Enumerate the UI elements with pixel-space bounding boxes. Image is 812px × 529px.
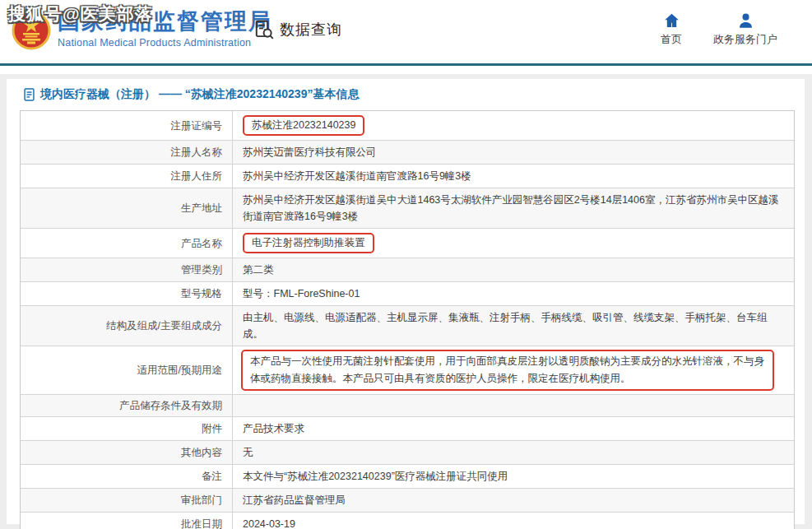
user-icon <box>737 12 754 29</box>
row-label: 批准日期 <box>21 513 233 529</box>
row-value: 本文件与“苏械注准20232140239”医疗器械注册证共同使用 <box>243 468 508 485</box>
content-area: 境内医疗器械（注册） —— “苏械注准20232140239”基本信息 注册证编… <box>0 74 812 524</box>
row-label: 附件 <box>21 417 233 440</box>
row-value-cell: 无 <box>233 441 794 464</box>
table-row: 批准日期 2024-03-19 <box>21 513 794 529</box>
document-search-icon <box>253 19 275 40</box>
table-row: 产品储存条件及有效期 <box>21 395 794 417</box>
row-label: 适用范围/预期用途 <box>21 346 233 394</box>
row-value: 江苏省药品监督管理局 <box>243 492 346 508</box>
row-value: 苏州吴中经济开发区越溪街道南官渡路16号9幢3楼 <box>243 168 471 184</box>
table-row: 型号规格 型号：FML-ForeShine-01 <box>21 282 794 306</box>
data-query-label: 数据查询 <box>280 20 342 39</box>
row-value-cell: 电子注射器控制助推装置 <box>233 229 794 258</box>
white-gap <box>0 66 812 74</box>
row-value: 无 <box>243 444 253 461</box>
table-row: 生产地址 苏州吴中经济开发区越溪街道吴中大道1463号太湖软件产业园智慧谷园区2… <box>21 188 794 229</box>
table-row: 注册证编号 苏械注准20232140239 <box>21 111 794 141</box>
highlight-box: 苏械注准20232140239 <box>243 115 364 136</box>
breadcrumb-text: 境内医疗器械（注册） —— “苏械注准20232140239”基本信息 <box>40 87 359 102</box>
nav-gov-portal-label: 政务服务门户 <box>713 32 777 47</box>
row-label: 注册证编号 <box>21 111 233 140</box>
row-value-cell: 苏械注准20232140239 <box>233 111 794 140</box>
logo-subtitle: National Medical Products Administration <box>58 37 272 49</box>
row-value-cell: 产品技术要求 <box>233 417 794 440</box>
page: 搜狐号@医美部落 国家药品监督管理局 National Medical Prod… <box>0 0 812 529</box>
table-row: 备注 本文件与“苏械注准20232140239”医疗器械注册证共同使用 <box>21 465 794 489</box>
row-value-cell: 由主机、电源线、电源适配器、主机显示屏、集液瓶、注射手柄、手柄线缆、吸引管、线缆… <box>233 306 794 346</box>
table-row: 管理类别 第二类 <box>21 258 794 282</box>
row-value-cell: 苏州吴中经济开发区越溪街道吴中大道1463号太湖软件产业园智慧谷园区2号楼14层… <box>233 188 794 228</box>
table-row: 审批部门 江苏省药品监督管理局 <box>21 489 794 513</box>
top-nav: 首页 政务服务门户 <box>661 12 777 47</box>
row-label: 注册人名称 <box>21 141 233 164</box>
highlight-box: 本产品与一次性使用无菌注射针配套使用，用于向面部真皮层注射以透明质酸钠为主要成分… <box>241 350 774 391</box>
row-label: 生产地址 <box>21 188 233 228</box>
row-value-cell: 江苏省药品监督管理局 <box>233 489 794 512</box>
row-value: 2024-03-19 <box>243 516 295 529</box>
row-value-cell: 第二类 <box>233 258 794 281</box>
row-value-cell: 2024-03-19 <box>233 513 794 529</box>
row-value-cell: 型号：FML-ForeShine-01 <box>233 282 794 305</box>
row-value-cell: 苏州芙迈蕾医疗科技有限公司 <box>233 141 794 164</box>
home-icon <box>663 12 680 29</box>
row-value: 型号：FML-ForeShine-01 <box>243 285 360 302</box>
table-row: 附件 产品技术要求 <box>21 417 794 441</box>
table-row: 结构及组成/主要组成成分 由主机、电源线、电源适配器、主机显示屏、集液瓶、注射手… <box>21 306 794 346</box>
watermark: 搜狐号@医美部落 <box>8 2 152 26</box>
table-row: 适用范围/预期用途 本产品与一次性使用无菌注射针配套使用，用于向面部真皮层注射以… <box>21 346 794 395</box>
breadcrumb: 境内医疗器械（注册） —— “苏械注准20232140239”基本信息 <box>7 79 805 102</box>
row-label: 结构及组成/主要组成成分 <box>21 306 233 346</box>
row-value-cell: 本产品与一次性使用无菌注射针配套使用，用于向面部真皮层注射以透明质酸钠为主要成分… <box>233 346 794 394</box>
row-label: 注册人住所 <box>21 165 233 188</box>
highlight-box: 电子注射器控制助推装置 <box>243 233 374 253</box>
row-value: 由主机、电源线、电源适配器、主机显示屏、集液瓶、注射手柄、手柄线缆、吸引管、线缆… <box>243 309 784 342</box>
row-value: 第二类 <box>243 262 274 278</box>
row-label: 备注 <box>21 465 233 488</box>
row-label: 型号规格 <box>21 282 233 305</box>
document-icon <box>23 88 35 101</box>
row-value-cell: 苏州吴中经济开发区越溪街道南官渡路16号9幢3楼 <box>233 165 794 188</box>
row-label: 产品名称 <box>21 229 233 258</box>
row-label: 管理类别 <box>21 258 233 281</box>
nav-gov-portal[interactable]: 政务服务门户 <box>713 12 777 47</box>
data-query-tab[interactable]: 数据查询 <box>253 19 342 40</box>
row-value-cell: 本文件与“苏械注准20232140239”医疗器械注册证共同使用 <box>233 465 794 488</box>
row-value-cell <box>233 395 794 416</box>
table-row: 注册人住所 苏州吴中经济开发区越溪街道南官渡路16号9幢3楼 <box>21 165 794 188</box>
table-row: 产品名称 电子注射器控制助推装置 <box>21 229 794 258</box>
row-value: 苏州芙迈蕾医疗科技有限公司 <box>243 144 377 160</box>
row-value: 苏州吴中经济开发区越溪街道吴中大道1463号太湖软件产业园智慧谷园区2号楼14层… <box>243 192 784 225</box>
detail-panel: 境内医疗器械（注册） —— “苏械注准20232140239”基本信息 注册证编… <box>7 79 805 524</box>
row-label: 审批部门 <box>21 489 233 512</box>
row-label: 产品储存条件及有效期 <box>21 395 233 416</box>
table-row: 其他内容 无 <box>21 441 794 465</box>
info-table: 注册证编号 苏械注准20232140239 注册人名称 苏州芙迈蕾医疗科技有限公… <box>20 110 795 529</box>
row-value: 产品技术要求 <box>243 420 304 437</box>
nav-home-label: 首页 <box>661 32 682 47</box>
nav-home[interactable]: 首页 <box>661 12 682 47</box>
table-row: 注册人名称 苏州芙迈蕾医疗科技有限公司 <box>21 141 794 165</box>
row-label: 其他内容 <box>21 441 233 464</box>
